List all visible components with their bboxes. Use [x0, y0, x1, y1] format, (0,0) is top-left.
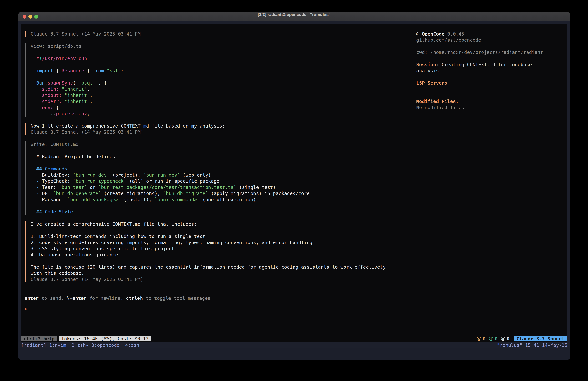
chat-line: 2. Code style guidelines covering import… [31, 239, 412, 246]
sidebar-line: © OpenCode 0.0.45 [416, 31, 568, 37]
warning-icon: w [477, 336, 481, 341]
traffic-lights [22, 12, 38, 21]
minimize-button[interactable] [28, 15, 32, 19]
chat-line: Write: CONTEXT.md [31, 141, 412, 147]
info-counter: i0 [489, 336, 498, 341]
chat-line: with this codebase. [31, 270, 412, 276]
session-sidebar: © OpenCode 0.0.45github.com/sst/opencode… [416, 31, 568, 111]
chat-line: Claude 3.7 Sonnet (14 May 2025 03:41 PM) [31, 276, 412, 282]
chat-line [31, 160, 412, 166]
chat-line: - DB: `bun db generate` (create migratio… [31, 190, 412, 197]
sidebar-line: cwd: /home/thdxr/dev/projects/radiant/ra… [416, 49, 568, 55]
sidebar-line: Modified Files: [416, 98, 568, 104]
chat-block-message-header: Claude 3.7 Sonnet (14 May 2025 03:41 PM) [24, 31, 412, 37]
input-separator [24, 303, 565, 303]
sidebar-line [416, 86, 568, 92]
window-title: [2/3] radiant:3:opencode - "romulus" [18, 12, 570, 21]
chat-line: ## Commands [31, 166, 412, 172]
sidebar-line: Session: Creating CONTEXT.md for codebas… [416, 62, 568, 68]
terminal-window: [2/3] radiant:3:opencode - "romulus" Cla… [18, 12, 570, 360]
sidebar-line [416, 74, 568, 80]
chat-line: The file is concise (20 lines) and captu… [31, 264, 412, 270]
chat-line: #!/usr/bin/env bun [31, 55, 412, 62]
chat-line: I've created a comprehensive CONTEXT.md … [31, 221, 412, 227]
chat-line: stderr: "inherit", [31, 98, 412, 104]
prompt-chevron: > [24, 306, 27, 312]
model-badge: Claude 3.7 Sonnet [514, 336, 567, 341]
chat-line: - TypeCheck: `bun run typecheck` (all) o… [31, 178, 412, 184]
hint-icon: h [501, 336, 505, 341]
input-area: enter to send, \+enter for newline, ctrl… [24, 295, 565, 312]
chat-line: env: { [31, 104, 412, 111]
chat-line: 3. CSS styling conventions specific to t… [31, 246, 412, 252]
chat-block-assistant-summary: I've created a comprehensive CONTEXT.md … [24, 221, 412, 282]
sidebar-line: LSP Servers [416, 80, 568, 86]
chat-line [31, 258, 412, 264]
chat-line [31, 227, 412, 233]
chat-line: ## Code Style [31, 209, 412, 215]
chat-line: 4. Database operations guidance [31, 252, 412, 258]
chat-line: stdout: "inherit", [31, 92, 412, 98]
chat-line [31, 62, 412, 68]
tmux-session-clock: "romulus" 15:41 14-May-25 [497, 342, 567, 348]
chat-history: Claude 3.7 Sonnet (14 May 2025 03:41 PM)… [24, 31, 412, 289]
diagnostics-counters: w0i0h0 [477, 336, 509, 341]
terminal-viewport: Claude 3.7 Sonnet (14 May 2025 03:41 PM)… [21, 24, 567, 342]
prompt-input[interactable]: > [24, 306, 565, 312]
warning-counter: w0 [477, 336, 485, 341]
sidebar-line [416, 92, 568, 98]
chat-line: ...process.env, [31, 111, 412, 117]
sidebar-line: github.com/sst/opencode [416, 37, 568, 43]
chat-line: Bun.spawnSync([`psql`], { [31, 80, 412, 86]
chat-line: - Package: `bun add <package>` (install)… [31, 197, 412, 202]
chat-line: - Build/Dev: `bun run dev` (project), `b… [31, 172, 412, 178]
chat-line: Claude 3.7 Sonnet (14 May 2025 03:41 PM) [31, 129, 412, 135]
keybind-hints: enter to send, \+enter for newline, ctrl… [24, 295, 565, 301]
tokens-cost-badge: Tokens: 16.4K (8%), Cost: $0.12 [59, 336, 151, 341]
chat-line [31, 147, 412, 154]
help-badge: ctrl+? help [21, 336, 57, 341]
chat-line [31, 49, 412, 55]
tmux-window-list: [radiant] 1:nvim 2:zsh- 3:opencode* 4:zs… [21, 342, 139, 348]
info-icon: i [489, 336, 493, 341]
chat-line: stdin: "inherit", [31, 86, 412, 92]
chat-line [31, 74, 412, 80]
zoom-button[interactable] [34, 15, 38, 19]
chat-block-tool-write: Write: CONTEXT.md # Radiant Project Guid… [24, 141, 412, 215]
chat-line: View: script/db.ts [31, 43, 412, 49]
sidebar-line: No modified files [416, 104, 568, 111]
chat-line: Claude 3.7 Sonnet (14 May 2025 03:41 PM) [31, 31, 412, 37]
chat-line: - Test: `bun test` or `bun test packages… [31, 184, 412, 190]
hint-segments: enter to send, \+enter for newline, ctrl… [24, 295, 565, 301]
chat-line: Now I'll create a comprehensive CONTEXT.… [31, 123, 412, 129]
sidebar-line [416, 43, 568, 49]
sidebar-line: analysis [416, 68, 568, 74]
status-bar: ctrl+? help Tokens: 16.4K (8%), Cost: $0… [21, 336, 567, 342]
close-button[interactable] [22, 15, 26, 19]
chat-block-tool-view: View: script/db.ts #!/usr/bin/env bun im… [24, 43, 412, 117]
chat-line [31, 202, 412, 209]
tmux-status-bar: [radiant] 1:nvim 2:zsh- 3:opencode* 4:zs… [18, 342, 570, 348]
chat-line: # Radiant Project Guidelines [31, 154, 412, 160]
window-titlebar[interactable]: [2/3] radiant:3:opencode - "romulus" [18, 12, 570, 21]
sidebar-line [416, 55, 568, 62]
chat-line: 1. Build/lint/test commands including ho… [31, 233, 412, 239]
hint-counter: h0 [501, 336, 509, 341]
chat-line: import { Resource } from "sst"; [31, 68, 412, 74]
chat-block-assistant-message: Now I'll create a comprehensive CONTEXT.… [24, 123, 412, 135]
